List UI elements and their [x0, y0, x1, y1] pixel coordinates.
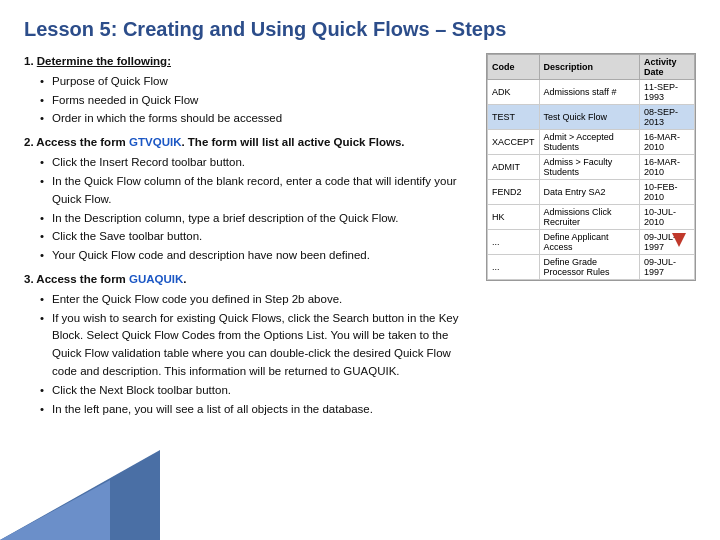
table-row: ... Define Grade Processor Rules 09-JUL-…	[488, 255, 695, 280]
table-row: FEND2 Data Entry SA2 10-FEB-2010	[488, 180, 695, 205]
table-row: TEST Test Quick Flow 08-SEP-2013	[488, 105, 695, 130]
cell-desc: Define Grade Processor Rules	[539, 255, 639, 280]
cell-code: ADMIT	[488, 155, 540, 180]
list-item: Click the Insert Record toolbar button.	[40, 154, 472, 172]
cell-desc: Define Applicant Access	[539, 230, 639, 255]
table-row: XACCEPT Admit > Accepted Students 16-MAR…	[488, 130, 695, 155]
deco-triangle-inner	[0, 480, 110, 540]
list-item: In the Quick Flow column of the blank re…	[40, 173, 472, 209]
cell-date: 08-SEP-2013	[639, 105, 694, 130]
list-item: If you wish to search for existing Quick…	[40, 310, 472, 381]
step-1: 1. Determine the following: Purpose of Q…	[24, 53, 472, 128]
step-2-form: GTVQUIK	[129, 136, 181, 148]
cell-desc: Admiss > Faculty Students	[539, 155, 639, 180]
cell-date: 10-JUL-2010	[639, 205, 694, 230]
cell-date: 16-MAR-2010	[639, 155, 694, 180]
step-3-header: 3. Access the form GUAQUIK.	[24, 271, 472, 289]
table-row: ADMIT Admiss > Faculty Students 16-MAR-2…	[488, 155, 695, 180]
table-area: Code Description Activity Date ADK Admis…	[486, 53, 696, 424]
arrow-down-icon	[672, 233, 686, 247]
step-2-prefix: Access the form	[36, 136, 129, 148]
list-item: Click the Next Block toolbar button.	[40, 382, 472, 400]
table-row: HK Admissions Click Recruiter 10-JUL-201…	[488, 205, 695, 230]
cell-date: 09-JUL-1997	[639, 230, 694, 255]
list-item: Your Quick Flow code and description hav…	[40, 247, 472, 265]
step-3-list: Enter the Quick Flow code you defined in…	[40, 291, 472, 419]
cell-code: HK	[488, 205, 540, 230]
step-2-number: 2.	[24, 136, 36, 148]
list-item: Click the Save toolbar button.	[40, 228, 472, 246]
cell-desc: Admissions staff #	[539, 80, 639, 105]
list-item: Order in which the forms should be acces…	[40, 110, 472, 128]
cell-date: 11-SEP-1993	[639, 80, 694, 105]
data-table: Code Description Activity Date ADK Admis…	[486, 53, 696, 281]
col-date: Activity Date	[639, 55, 694, 80]
cell-desc: Data Entry SA2	[539, 180, 639, 205]
step-2-suffix: . The form will list all active Quick Fl…	[181, 136, 404, 148]
cell-code: ...	[488, 230, 540, 255]
col-code: Code	[488, 55, 540, 80]
col-desc: Description	[539, 55, 639, 80]
step-2-list: Click the Insert Record toolbar button. …	[40, 154, 472, 265]
table-row: ... Define Applicant Access 09-JUL-1997	[488, 230, 695, 255]
cell-code: ADK	[488, 80, 540, 105]
content-area: 1. Determine the following: Purpose of Q…	[24, 53, 696, 424]
cell-code: TEST	[488, 105, 540, 130]
step-3-form: GUAQUIK	[129, 273, 183, 285]
step-1-list: Purpose of Quick Flow Forms needed in Qu…	[40, 73, 472, 128]
step-3: 3. Access the form GUAQUIK. Enter the Qu…	[24, 271, 472, 419]
cell-code: FEND2	[488, 180, 540, 205]
page: Lesson 5: Creating and Using Quick Flows…	[0, 0, 720, 540]
cell-desc: Test Quick Flow	[539, 105, 639, 130]
table-row: ADK Admissions staff # 11-SEP-1993	[488, 80, 695, 105]
cell-code: XACCEPT	[488, 130, 540, 155]
text-area: 1. Determine the following: Purpose of Q…	[24, 53, 472, 424]
list-item: In the Description column, type a brief …	[40, 210, 472, 228]
step-1-number: 1.	[24, 55, 37, 67]
step-1-title: Determine the following:	[37, 55, 171, 67]
step-2-header: 2. Access the form GTVQUIK. The form wil…	[24, 134, 472, 152]
list-item: Purpose of Quick Flow	[40, 73, 472, 91]
step-2: 2. Access the form GTVQUIK. The form wil…	[24, 134, 472, 265]
list-item: In the left pane, you will see a list of…	[40, 401, 472, 419]
cell-desc: Admit > Accepted Students	[539, 130, 639, 155]
step-1-header: 1. Determine the following:	[24, 53, 472, 71]
list-item: Forms needed in Quick Flow	[40, 92, 472, 110]
page-title: Lesson 5: Creating and Using Quick Flows…	[24, 18, 696, 41]
step-3-number: 3.	[24, 273, 36, 285]
cell-date: 16-MAR-2010	[639, 130, 694, 155]
cell-date: 10-FEB-2010	[639, 180, 694, 205]
step-3-suffix: .	[183, 273, 186, 285]
list-item: Enter the Quick Flow code you defined in…	[40, 291, 472, 309]
step-3-prefix: Access the form	[36, 273, 129, 285]
cell-desc: Admissions Click Recruiter	[539, 205, 639, 230]
cell-date: 09-JUL-1997	[639, 255, 694, 280]
cell-code: ...	[488, 255, 540, 280]
